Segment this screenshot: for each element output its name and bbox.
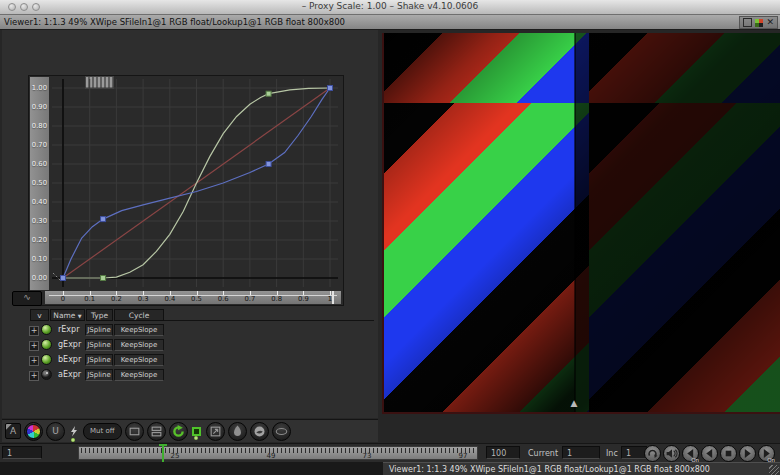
curve-type-button[interactable]: JSpline: [85, 339, 113, 351]
color-wheel-icon: [26, 424, 41, 439]
loop-button[interactable]: [644, 445, 661, 462]
curve-visibility-knob[interactable]: [41, 354, 52, 365]
current-frame-field[interactable]: [562, 446, 600, 459]
column-header-name[interactable]: Name ▼: [50, 309, 85, 321]
expand-row-button[interactable]: +: [29, 341, 39, 351]
misc-button[interactable]: [272, 422, 291, 441]
proxy-button[interactable]: [250, 422, 269, 441]
inc-label: Inc: [606, 449, 618, 458]
curve-cycle-button[interactable]: KeepSlope: [114, 339, 164, 351]
expand-button[interactable]: [206, 422, 225, 441]
keyframe-point[interactable]: [101, 276, 106, 281]
y-tick-label: 0.90: [30, 103, 47, 111]
green-led-icon: [194, 436, 198, 440]
viewer-bar-buttons: ✕: [739, 16, 778, 29]
range-start-field[interactable]: [2, 446, 42, 459]
next-key-button[interactable]: On: [758, 445, 775, 462]
range-end-field[interactable]: [486, 446, 520, 459]
x-tick-label: 0.3: [135, 295, 151, 303]
y-tick-label: 0.70: [30, 141, 47, 149]
transport-controls: OnOn: [644, 445, 775, 462]
shake-window: – Proxy Scale: 1.00 – Shake v4.10.0606 V…: [0, 0, 780, 475]
ruler-frame-number: 49: [261, 452, 281, 460]
curve-name: gExpr: [58, 340, 81, 349]
bottom-toolbar: AUMut off: [2, 419, 378, 442]
wipe-handle-icon[interactable]: ▲: [568, 397, 580, 411]
y-tick-label: 0.20: [30, 236, 47, 244]
strip-end-handle[interactable]: [332, 291, 334, 304]
curve-visibility-knob[interactable]: [41, 369, 52, 380]
curve-type-button[interactable]: JSpline: [85, 354, 113, 366]
y-tick-label: 0.60: [30, 160, 47, 168]
sort-down-icon: ▼: [78, 313, 82, 319]
flash-button[interactable]: [68, 425, 80, 438]
prev-key-button[interactable]: On: [682, 445, 699, 462]
step-back-button[interactable]: [701, 445, 718, 462]
curve-cycle-button[interactable]: KeepSlope: [114, 369, 164, 381]
current-label: Current: [528, 449, 558, 458]
expand-row-button[interactable]: +: [29, 356, 39, 366]
curve-visibility-knob[interactable]: [41, 339, 52, 350]
stop-button[interactable]: [720, 445, 737, 462]
curve-name: rExpr: [58, 325, 79, 334]
curve-type-button[interactable]: JSpline: [85, 324, 113, 336]
ruler-frame-number: 73: [357, 452, 377, 460]
wipe-right-image: [575, 33, 780, 412]
frame-button[interactable]: [125, 422, 144, 441]
x-tick-label: 0.5: [189, 295, 205, 303]
column-header-cycle[interactable]: Cycle: [114, 309, 164, 321]
curve-plot[interactable]: [50, 77, 340, 289]
y-tick-label: 0.50: [30, 179, 47, 187]
fit-curves-button[interactable]: ∿: [12, 291, 42, 306]
x-tick-label: 1: [322, 295, 338, 303]
viewer-status-bar: Viewer1: 1:1.3 49% XWipe SFileIn1@1 RGB …: [383, 462, 780, 475]
flipbook-button[interactable]: [228, 422, 247, 441]
compare-button[interactable]: [147, 422, 166, 441]
keyframe-point[interactable]: [266, 162, 271, 167]
time-bar: 25497397 Current Inc OnOn: [0, 443, 780, 463]
y-tick-label: 0.00: [30, 274, 47, 282]
x-tick-label: 0.4: [162, 295, 178, 303]
column-header-visible[interactable]: v: [30, 309, 49, 321]
panel-square-icon[interactable]: [743, 18, 752, 27]
thumbnail-grid-icon[interactable]: [755, 19, 763, 27]
curve-visibility-knob[interactable]: [41, 324, 52, 335]
resize-grip-icon[interactable]: [769, 465, 779, 475]
curve-cycle-button[interactable]: KeepSlope: [114, 324, 164, 336]
wipe-left-image: [384, 33, 575, 412]
indicator-button[interactable]: [191, 427, 203, 436]
y-axis-zoom-strip[interactable]: 1.000.900.800.700.600.500.400.300.200.10…: [30, 77, 49, 290]
y-tick-label: 1.00: [30, 84, 47, 92]
header-divider: [164, 320, 374, 321]
expand-row-button[interactable]: +: [29, 326, 39, 336]
curve-type-button[interactable]: JSpline: [85, 369, 113, 381]
curve-cycle-button[interactable]: KeepSlope: [114, 354, 164, 366]
viewer-info-text: Viewer1: 1:1.3 49% XWipe SFileIn1@1 RGB …: [4, 17, 345, 27]
wipe-split-line[interactable]: [574, 33, 576, 412]
ruler-frame-number: 97: [453, 452, 473, 460]
mute-button[interactable]: Mut off: [83, 423, 122, 440]
keyframe-point[interactable]: [328, 86, 333, 91]
window-title: – Proxy Scale: 1.00 – Shake v4.10.0606: [0, 1, 780, 11]
column-header-type[interactable]: Type: [86, 309, 113, 321]
expand-row-button[interactable]: +: [29, 371, 39, 381]
x-axis-zoom-strip[interactable]: 00.10.20.30.40.50.60.70.80.91: [45, 291, 341, 304]
color-wheel-button[interactable]: [24, 422, 43, 441]
update-button[interactable]: U: [46, 422, 65, 441]
keyframe-point[interactable]: [61, 276, 66, 281]
viewer-info-bar: Viewer1: 1:1.3 49% XWipe SFileIn1@1 RGB …: [0, 15, 780, 30]
y-tick-label: 0.10: [30, 255, 47, 263]
play-button[interactable]: [739, 445, 756, 462]
y-tick-label: 0.30: [30, 217, 47, 225]
keyframe-point[interactable]: [101, 217, 106, 222]
x-tick-label: 0: [55, 295, 71, 303]
curve-name: aExpr: [58, 370, 81, 379]
x-tick-label: 0.1: [82, 295, 98, 303]
autokey-button[interactable]: A: [5, 423, 21, 439]
keyframe-point[interactable]: [266, 91, 271, 96]
close-x-icon[interactable]: ✕: [766, 18, 774, 27]
update-mode-button[interactable]: [169, 422, 188, 441]
viewer-image-area[interactable]: ▲: [382, 33, 780, 414]
timeline-ruler[interactable]: 25497397: [78, 446, 478, 460]
audio-button[interactable]: [663, 445, 680, 462]
